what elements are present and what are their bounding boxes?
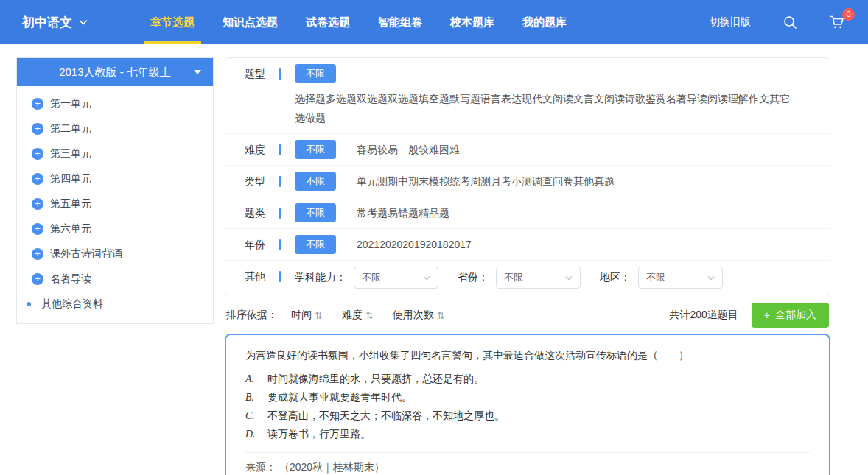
- sidebar-item-unit2[interactable]: +第二单元: [17, 116, 213, 141]
- filter-option[interactable]: 常考题: [357, 207, 388, 219]
- sidebar-item-unit4[interactable]: +第四单元: [17, 166, 213, 191]
- plus-icon[interactable]: +: [32, 248, 43, 260]
- plus-icon[interactable]: +: [32, 223, 43, 235]
- sidebar-item-unit5[interactable]: +第五单元: [17, 191, 213, 217]
- sidebar-item-label: 第三单元: [50, 147, 91, 161]
- textbook-selector[interactable]: 2013人教版 - 七年级上: [17, 58, 213, 86]
- subject-dropdown[interactable]: 初中语文: [22, 14, 88, 31]
- filter-option[interactable]: 双选题: [388, 93, 419, 105]
- sidebar-item-famous-books[interactable]: +名著导读: [17, 267, 213, 292]
- plus-icon[interactable]: +: [32, 273, 43, 285]
- filter-option[interactable]: 现代文阅读: [522, 93, 573, 105]
- filter-option[interactable]: 其它: [769, 93, 790, 105]
- filter-option[interactable]: 文言文阅读: [573, 93, 625, 105]
- tab-paper-select[interactable]: 试卷选题: [292, 0, 364, 44]
- plus-icon[interactable]: +: [32, 123, 43, 135]
- filter-option-selected[interactable]: 不限: [295, 172, 336, 191]
- tab-chapter-select[interactable]: 章节选题: [136, 0, 209, 44]
- sort-option[interactable]: 难度⇅: [342, 309, 374, 322]
- filter-option[interactable]: 诗歌鉴赏: [625, 93, 666, 105]
- filter-options: 不限 容易较易一般较难困难: [295, 140, 811, 159]
- filter-option[interactable]: 月考: [491, 175, 511, 187]
- sidebar-item-unit6[interactable]: +第六单元: [17, 217, 213, 242]
- option-text: 读万卷书，行万里路。: [267, 425, 371, 443]
- option-letter: A.: [245, 370, 267, 388]
- filter-option[interactable]: 双选题: [357, 93, 388, 105]
- switch-old-version-link[interactable]: 切换旧版: [710, 15, 751, 29]
- filter-option[interactable]: 选做题: [295, 112, 326, 124]
- filter-panel: 题型 不限 选择题多选题双选题双选题填空题默写题语言表达现代文阅读文言文阅读诗歌…: [225, 57, 830, 295]
- plus-icon[interactable]: +: [32, 198, 43, 210]
- accent-bar: [279, 144, 281, 155]
- sidebar-item-other-materials[interactable]: 其他综合资料: [17, 292, 213, 317]
- sidebar-item-label: 其他综合资料: [41, 298, 103, 311]
- filter-option[interactable]: 单元测: [357, 175, 388, 187]
- question-option: A. 时间就像海绵里的水，只要愿挤，总还是有的。: [245, 370, 810, 388]
- province-select[interactable]: 不限: [496, 267, 581, 289]
- field-province: 省份： 不限: [458, 267, 581, 289]
- field-label: 地区：: [600, 271, 631, 284]
- question-body: 为营造良好的读书氛围，小组收集了四句名言警句，其中最适合做这次活动宣传标语的是（…: [226, 335, 829, 475]
- field-label: 学科能力：: [295, 271, 346, 284]
- filter-option[interactable]: 2017: [449, 239, 472, 250]
- accent-bar: [279, 208, 281, 219]
- sidebar-item-label: 第六单元: [50, 222, 91, 236]
- filter-option-selected[interactable]: 不限: [295, 203, 336, 222]
- filter-option[interactable]: 多选题: [326, 93, 357, 105]
- plus-icon[interactable]: +: [32, 148, 43, 160]
- search-icon[interactable]: [783, 15, 797, 29]
- filter-option[interactable]: 作文: [749, 93, 769, 105]
- plus-icon[interactable]: +: [32, 98, 43, 110]
- filter-option[interactable]: 真题: [594, 175, 615, 187]
- filter-option[interactable]: 阅读理解: [707, 93, 749, 105]
- filter-row-question-class: 题类 不限 常考题易错题精品题: [225, 197, 830, 229]
- field-label: 省份：: [458, 271, 489, 284]
- filter-option[interactable]: 较易: [377, 144, 398, 155]
- filter-option[interactable]: 模拟: [429, 175, 449, 187]
- filter-option[interactable]: 2021: [357, 239, 379, 250]
- sidebar-item-unit3[interactable]: +第三单元: [17, 141, 213, 166]
- filter-option[interactable]: 精品题: [419, 207, 449, 219]
- add-all-button[interactable]: + 全部加入: [752, 303, 829, 328]
- filter-option[interactable]: 2020: [379, 239, 402, 250]
- subject-label: 初中语文: [22, 14, 72, 31]
- filter-option-selected[interactable]: 不限: [295, 235, 336, 254]
- filter-options-list: 常考题易错题精品题: [357, 203, 449, 222]
- filter-option[interactable]: 较难: [419, 144, 439, 155]
- filter-option[interactable]: 选择题: [295, 93, 326, 105]
- cart-icon[interactable]: 0: [830, 15, 846, 29]
- sidebar-item-unit1[interactable]: +第一单元: [17, 91, 213, 116]
- filter-option[interactable]: 小测: [511, 175, 532, 187]
- tab-my-bank[interactable]: 我的题库: [508, 0, 581, 44]
- tab-smart-compose[interactable]: 智能组卷: [364, 0, 436, 44]
- filter-option[interactable]: 统考: [449, 175, 470, 187]
- question-card: 为营造良好的读书氛围，小组收集了四句名言警句，其中最适合做这次活动宣传标语的是（…: [225, 334, 830, 475]
- filter-option[interactable]: 困难: [439, 144, 460, 155]
- filter-option[interactable]: 期中: [388, 175, 408, 187]
- filter-option[interactable]: 容易: [357, 144, 377, 155]
- sort-option[interactable]: 使用次数⇅: [393, 309, 445, 322]
- filter-option[interactable]: 填空题: [419, 93, 449, 105]
- filter-option[interactable]: 调查问卷: [532, 175, 573, 187]
- filter-option[interactable]: 2018: [425, 239, 448, 250]
- sort-label: 排序依据：: [226, 309, 278, 322]
- filter-option[interactable]: 期末: [408, 175, 429, 187]
- filter-option[interactable]: 其他: [573, 175, 594, 187]
- filter-option-selected[interactable]: 不限: [295, 64, 336, 83]
- tab-knowledge-select[interactable]: 知识点选题: [209, 0, 292, 44]
- sidebar-item-poetry-recite[interactable]: +课外古诗词背诵: [17, 242, 213, 267]
- filter-option[interactable]: 2019: [402, 239, 425, 250]
- sort-option[interactable]: 时间⇅: [291, 309, 323, 322]
- filter-option[interactable]: 一般: [398, 144, 419, 155]
- subject-ability-select[interactable]: 不限: [354, 267, 438, 289]
- accent-bar: [279, 271, 281, 282]
- filter-option[interactable]: 周测: [470, 175, 491, 187]
- filter-option[interactable]: 语言表达: [480, 93, 522, 105]
- region-select[interactable]: 不限: [638, 267, 723, 289]
- filter-option-selected[interactable]: 不限: [295, 140, 336, 159]
- filter-option[interactable]: 默写题: [449, 93, 480, 105]
- filter-option[interactable]: 名著导读: [666, 93, 707, 105]
- tab-school-bank[interactable]: 校本题库: [436, 0, 508, 44]
- filter-option[interactable]: 易错题: [388, 207, 419, 219]
- plus-icon[interactable]: +: [32, 173, 43, 185]
